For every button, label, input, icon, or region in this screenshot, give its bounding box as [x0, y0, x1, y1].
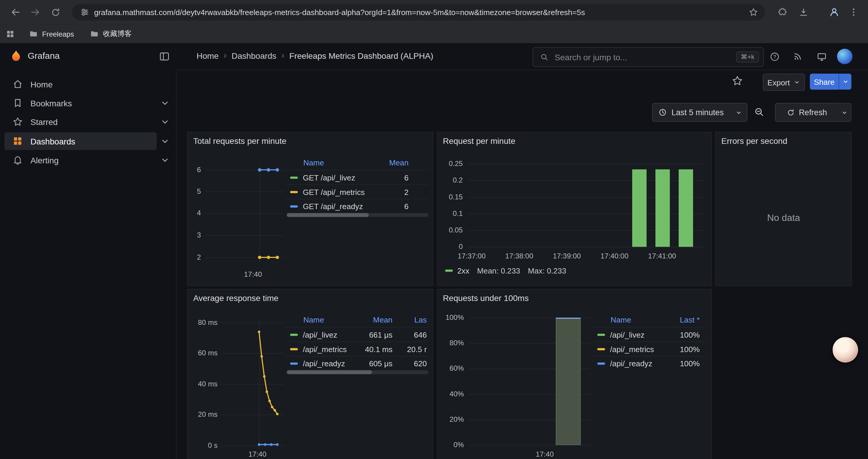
reload-button[interactable]	[48, 4, 63, 20]
breadcrumb-home[interactable]: Home	[196, 51, 219, 60]
sidebar-item-dashboards[interactable]: Dashboards	[4, 132, 157, 150]
chevron-down-icon	[842, 78, 849, 85]
assistant-avatar[interactable]	[833, 337, 858, 362]
table-scrollbar[interactable]	[287, 370, 429, 374]
site-settings-icon[interactable]	[80, 7, 90, 17]
export-button[interactable]: Export	[763, 73, 805, 91]
profile-button[interactable]	[826, 4, 842, 20]
series-name[interactable]: /api/_metrics	[303, 345, 347, 353]
sidebar-item-label: Alerting	[30, 155, 59, 165]
search-box[interactable]: ⌘+k	[533, 47, 764, 67]
column-header-mean[interactable]: Mean	[356, 316, 393, 324]
table-row[interactable]: /api/_metrics 40.1 ms 20.5 r	[287, 341, 429, 356]
favorite-dashboard-button[interactable]	[731, 75, 743, 87]
series-name[interactable]: /api/_livez	[303, 330, 337, 339]
x-axis-label: 17:37:00	[452, 252, 491, 261]
chevron-down-icon[interactable]	[159, 116, 170, 127]
display-button[interactable]	[814, 49, 829, 64]
panel-title: Average response time	[193, 293, 279, 303]
gridline	[468, 445, 590, 446]
breadcrumb-dashboards[interactable]: Dashboards	[231, 51, 277, 60]
bar-chart	[468, 318, 590, 445]
table-row[interactable]: /api/_livez 661 μs 646	[287, 327, 429, 341]
news-button[interactable]	[790, 49, 805, 64]
series-last: 100%	[666, 359, 700, 368]
table-row[interactable]: /api/_livez 100%	[594, 327, 706, 341]
series-name[interactable]: GET /api/_readyz	[303, 202, 363, 210]
series-color-dash	[597, 362, 605, 364]
share-menu-button[interactable]	[839, 73, 851, 90]
refresh-interval-button[interactable]	[838, 103, 851, 122]
column-header-name[interactable]: Name	[594, 316, 666, 324]
bookmark-icon	[12, 97, 23, 108]
sidebar-item-starred[interactable]: Starred	[4, 113, 157, 131]
forward-button[interactable]	[28, 4, 43, 20]
panel-request-per-minute[interactable]: Request per minute 2xx Mean: 0.233 Max: …	[437, 132, 712, 286]
sidebar-item-bookmarks[interactable]: Bookmarks	[4, 94, 157, 112]
panel-requests-under-100ms[interactable]: Requests under 100ms Name Last * /api/_l…	[437, 289, 712, 459]
column-header-name[interactable]: Name	[287, 316, 356, 324]
series-name[interactable]: /api/_readyz	[303, 359, 345, 368]
scrollbar-thumb[interactable]	[287, 370, 372, 374]
bookmark-label: 收藏博客	[103, 29, 132, 39]
extensions-button[interactable]	[774, 4, 790, 20]
y-axis-label: 100%	[437, 313, 464, 323]
table-scrollbar[interactable]	[287, 213, 429, 217]
breadcrumb: Home › Dashboards › Freeleaps Metrics Da…	[196, 51, 433, 61]
sidebar-item-alerting[interactable]: Alerting	[4, 151, 157, 169]
help-button[interactable]: ?	[767, 49, 782, 64]
chevron-down-icon[interactable]	[159, 97, 170, 108]
refresh-label: Refresh	[799, 108, 827, 117]
user-avatar[interactable]	[837, 49, 852, 64]
bookmarks-bar: Freeleaps 收藏博客	[0, 24, 868, 44]
panel-total-requests[interactable]: Total requests per minute Name Mean GET …	[187, 132, 433, 286]
back-button[interactable]	[8, 4, 23, 20]
share-button[interactable]: Share	[810, 73, 838, 90]
bookmark-folder-freeleaps[interactable]: Freeleaps	[29, 24, 74, 43]
sidebar-item-home[interactable]: Home	[4, 75, 157, 93]
downloads-button[interactable]	[796, 4, 811, 20]
series-name[interactable]: /api/_readyz	[610, 359, 652, 368]
y-axis-label: 0.2	[437, 175, 463, 186]
column-header-last[interactable]: Last *	[666, 316, 700, 324]
table-row[interactable]: GET /api/_metrics 2	[287, 184, 429, 199]
bookmark-star-icon[interactable]	[748, 7, 758, 17]
column-header-last[interactable]: Las	[392, 316, 427, 324]
chevron-down-icon[interactable]	[159, 155, 170, 165]
search-shortcut-badge: ⌘+k	[736, 52, 759, 62]
series-name[interactable]: /api/_metrics	[610, 345, 654, 353]
y-axis-label: 2	[188, 252, 201, 262]
legend-table: Name Last * /api/_livez 100% /api/_metri…	[594, 313, 706, 370]
panel-avg-response-time[interactable]: Average response time Name Mean Las /api…	[187, 289, 433, 459]
grafana-logo[interactable]	[9, 49, 23, 64]
legend-table: Name Mean GET /api/_livez 6 GET /api/_me…	[287, 156, 429, 213]
series-name[interactable]: GET /api/_livez	[303, 173, 355, 182]
time-range-picker[interactable]: Last 5 minutes	[652, 103, 747, 122]
favorite-star-icon	[731, 75, 743, 87]
series-name[interactable]: 2xx	[457, 266, 469, 275]
browser-menu-button[interactable]	[846, 4, 861, 20]
sidebar-toggle-button[interactable]	[158, 51, 170, 63]
scrollbar-thumb[interactable]	[287, 213, 369, 217]
chevron-down-icon[interactable]	[159, 136, 170, 146]
series-name[interactable]: /api/_livez	[610, 330, 645, 339]
column-header-mean[interactable]: Mean	[375, 158, 408, 167]
chart-legend[interactable]: 2xx Mean: 0.233 Max: 0.233	[445, 266, 566, 275]
search-input[interactable]	[554, 52, 736, 62]
bookmark-folder-blogs[interactable]: 收藏博客	[90, 24, 132, 43]
column-header-name[interactable]: Name	[287, 158, 375, 167]
table-row[interactable]: /api/_metrics 100%	[594, 341, 706, 356]
zoom-out-button[interactable]	[753, 106, 764, 117]
table-row[interactable]: /api/_readyz 100%	[594, 356, 706, 370]
y-axis-label: 80%	[437, 338, 464, 348]
table-row[interactable]: GET /api/_readyz 6	[287, 199, 429, 213]
address-bar[interactable]: grafana.mathmast.com/d/deytv4rwavabkb/fr…	[72, 4, 765, 21]
apps-shortcut[interactable]	[6, 24, 15, 43]
refresh-button[interactable]: Refresh	[775, 103, 838, 122]
table-row[interactable]: /api/_readyz 605 μs 620	[287, 356, 429, 370]
panel-errors-per-second[interactable]: Errors per second No data	[715, 132, 852, 286]
chevron-down-icon	[840, 109, 848, 116]
table-row[interactable]: GET /api/_livez 6	[287, 170, 429, 184]
bookmark-label: Freeleaps	[42, 30, 74, 38]
series-name[interactable]: GET /api/_metrics	[303, 187, 365, 196]
